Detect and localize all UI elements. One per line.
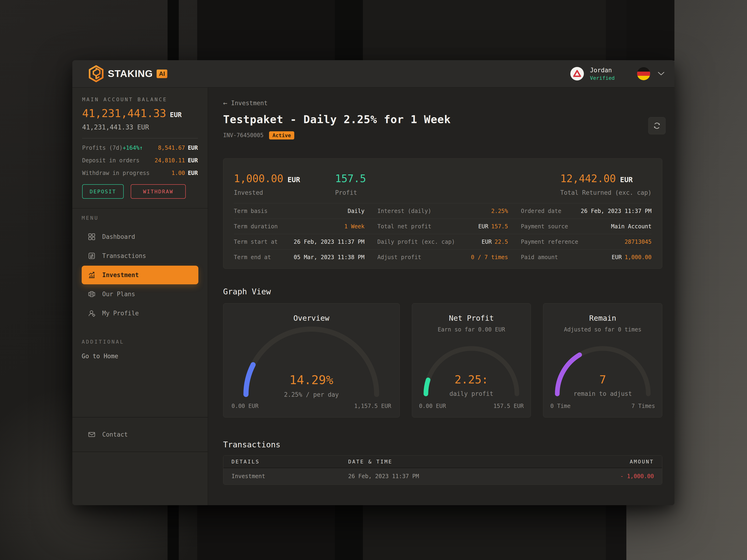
detail-label: Paid amount [521,254,558,261]
gauge-card-remain: Remain Adjusted so far 0 times 7 remain … [543,303,662,418]
column-header-datetime: DATE & TIME [348,459,587,464]
detail-label: Adjust profit [377,254,421,261]
app-window: STAKING AI Jordan Verified M [72,60,674,505]
gauge-value: 14.29% [223,373,400,387]
details-row: Term start at26 Feb, 2023 11:37 PM Daily… [234,234,651,249]
gauge-sublabel: 2.25% / per day [223,391,400,398]
avatar-logo-icon [573,70,581,77]
gauge-card-net-profit: Net Profit Earn so far 0.00 EUR 2.25: da… [412,303,531,418]
sidebar-item-investment[interactable]: Investment [82,266,198,284]
gauge-sublabel: daily profit [412,390,531,397]
balance-secondary: 41,231,441.33 EUR [82,124,198,131]
investment-code: INV-76450005 [223,132,263,138]
sidebar-item-label: Our Plans [102,291,135,298]
refresh-button[interactable] [648,117,666,134]
detail-value: 26 Feb, 2023 11:37 PM [581,208,651,214]
total-returned-currency: EUR [620,176,633,184]
brand-ai-badge: AI [157,70,167,78]
sidebar-item-our-plans[interactable]: Our Plans [82,285,198,303]
detail-value: Main Account [611,223,651,230]
detail-label: Term start at [234,239,278,245]
transactions-table: DETAILS DATE & TIME AMOUNT Investment 26… [223,455,662,485]
detail-label: Total net profit [377,223,431,230]
gauge-max-label: 7 Times [632,403,655,409]
profile-icon [88,309,96,317]
detail-label: Daily profit (exc. cap) [377,239,455,245]
table-row[interactable]: Investment 26 Feb, 2023 11:37 PM - 1,000… [223,468,662,484]
balance-section: MAIN ACCOUNT BALANCE 41,231,441.33 EUR 4… [72,88,208,199]
row-currency: EUR [188,144,198,151]
invested-value: 1,000.00 [234,172,283,185]
menu-section: MENU Dashboard [72,208,208,323]
go-to-home-link[interactable]: Go to Home [82,353,198,359]
tx-datetime: 26 Feb, 2023 11:37 PM [348,473,587,480]
balance-label: MAIN ACCOUNT BALANCE [82,97,198,102]
row-value: 8,541.67 [158,144,185,151]
row-label: Withdraw in progress [82,170,150,176]
detail-value: 22.5 [494,239,508,245]
topbar: STAKING AI Jordan Verified [72,60,674,88]
sidebar-item-label: Dashboard [102,233,135,240]
balance-row-deposit: Deposit in orders 24,810.11 EUR [82,157,198,164]
avatar[interactable] [570,67,584,80]
detail-value: 1,000.00 [624,254,651,261]
brand[interactable]: STAKING AI [88,65,167,82]
row-label: Deposit in orders [82,157,139,164]
sidebar-item-my-profile[interactable]: My Profile [82,304,198,323]
detail-label: Payment source [521,223,568,230]
balance-row-withdraw: Withdraw in progress 1.00 EUR [82,170,198,176]
sidebar: MAIN ACCOUNT BALANCE 41,231,441.33 EUR 4… [72,88,208,505]
sidebar-item-contact[interactable]: Contact [82,431,128,438]
transactions-table-header: DETAILS DATE & TIME AMOUNT [223,455,662,468]
background-dark-cap [626,0,674,61]
stat-invested: 1,000.00 EUR Invested [234,172,300,196]
details-row: Term basisDaily Interest (daily)2.25% Or… [234,203,651,218]
deposit-button[interactable]: DEPOSIT [82,184,124,199]
gauge-min-label: 0.00 EUR [232,403,259,409]
detail-value-prefix: EUR [612,254,622,261]
row-value: 24,810.11 [155,157,185,164]
language-flag-de[interactable] [637,67,650,80]
gauge-title: Overview [223,314,400,323]
tx-amount: - 1,000.00 [587,473,662,480]
investment-details-table: Term basisDaily Interest (daily)2.25% Or… [234,203,651,265]
sidebar-item-transactions[interactable]: Transactions [82,246,198,265]
withdraw-button[interactable]: WITHDRAW [131,184,186,199]
gauge-min-label: 0.00 EUR [419,403,446,409]
detail-label: Interest (daily) [377,208,431,214]
detail-label: Payment reference [521,239,578,245]
menu-label: MENU [82,215,198,221]
back-label: Investment [231,100,268,107]
user-verified-status: Verified [590,75,615,81]
transactions-icon [88,252,96,260]
gauge-min-label: 0 Time [550,403,571,409]
details-row: Term end at05 Mar, 2023 11:38 PM Adjust … [234,249,651,265]
additional-label: ADDITIONAL [82,339,198,345]
row-currency: EUR [188,157,198,164]
gauge-title: Remain [543,314,662,323]
brand-logo-icon [88,65,104,82]
details-row: Term duration1 Week Total net profitEUR1… [234,218,651,234]
sidebar-item-dashboard[interactable]: Dashboard [82,228,198,246]
column-header-amount: AMOUNT [587,459,662,464]
envelope-icon [88,431,96,438]
back-arrow-icon: ← [223,99,227,107]
column-header-details: DETAILS [223,459,348,464]
chevron-down-icon[interactable] [658,72,665,76]
status-badge: Active [269,131,294,139]
gauge-sublabel: remain to adjust [543,390,662,397]
detail-value: 0 / 7 times [471,254,508,261]
user-meta[interactable]: Jordan Verified [590,67,615,81]
row-value: 1.00 [172,170,185,176]
gauge-card-overview: Overview 14.29% 2.25% / per day 0.00 EUR… [223,303,400,418]
main-content: ← Investment Testpaket - Daily 2.25% for… [208,88,674,505]
gauge-subtitle: Earn so far 0.00 EUR [412,326,531,333]
back-link[interactable]: ← Investment [223,99,268,107]
sidebar-item-label: My Profile [102,310,139,317]
sidebar-item-label: Contact [102,431,128,438]
detail-value-prefix: EUR [478,223,488,230]
detail-label: Ordered date [521,208,561,214]
gauge-max-label: 157.5 EUR [493,403,524,409]
invested-label: Invested [234,189,300,196]
refresh-icon [653,122,661,130]
